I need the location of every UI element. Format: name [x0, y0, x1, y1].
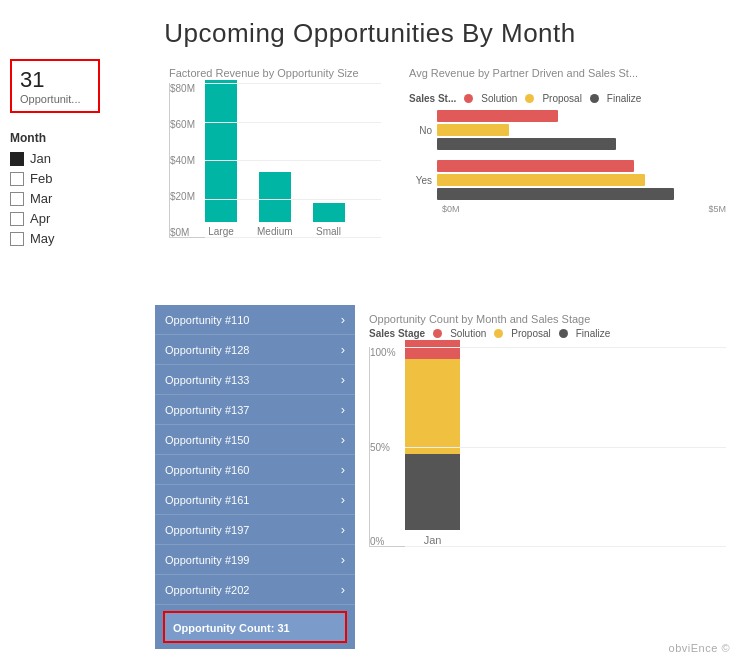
filter-label-feb: Feb	[30, 171, 52, 186]
kpi-number: 31	[20, 67, 90, 93]
hbar-yes-proposal	[437, 174, 645, 186]
bar-medium: Medium	[257, 172, 293, 237]
chevron-right-icon: ›	[341, 312, 345, 327]
segment-finalize	[405, 454, 460, 530]
chart3-fin-dot	[559, 329, 568, 338]
hbar-yes-label: Yes	[409, 175, 437, 186]
chart3-legend-label: Sales Stage	[369, 328, 425, 339]
kpi-label: Opportunit...	[20, 93, 90, 105]
chevron-right-icon: ›	[341, 582, 345, 597]
chart2-legend: Sales St... Solution Proposal Finalize	[409, 93, 726, 104]
filter-item-feb[interactable]: Feb	[10, 171, 145, 186]
legend-proposal-label: Proposal	[542, 93, 581, 104]
legend-solution-dot	[464, 94, 473, 103]
filter-label-apr: Apr	[30, 211, 50, 226]
opportunity-count-text: Opportunity Count: 31	[173, 622, 290, 634]
opp-item-150[interactable]: Opportunity #150 ›	[155, 425, 355, 455]
chart1-area: $0M $20M $40M $60M $80M	[169, 83, 381, 238]
chart1-ylabels: $0M $20M $40M $60M $80M	[170, 83, 195, 238]
chart3-title: Opportunity Count by Month and Sales Sta…	[369, 313, 726, 325]
bar-medium-rect	[259, 172, 291, 222]
kpi-card[interactable]: 31 Opportunit...	[10, 59, 100, 113]
watermark: obviEnce ©	[669, 642, 730, 654]
chart3-prop-dot	[494, 329, 503, 338]
chevron-right-icon: ›	[341, 342, 345, 357]
stacked-bar-jan-rect	[405, 340, 460, 530]
chart3-box: Opportunity Count by Month and Sales Sta…	[355, 305, 740, 649]
filter-item-jan[interactable]: Jan	[10, 151, 145, 166]
filter-label-mar: Mar	[30, 191, 52, 206]
chart3-legend: Sales Stage Solution Proposal Finalize	[369, 328, 726, 339]
chevron-right-icon: ›	[341, 522, 345, 537]
filter-section: Month Jan Feb Mar Apr May	[0, 123, 155, 259]
legend-proposal-dot	[525, 94, 534, 103]
chart2-box: Avg Revenue by Partner Driven and Sales …	[395, 59, 740, 305]
hbar-no-label: No	[409, 125, 437, 136]
stacked-xlabel-jan: Jan	[424, 534, 442, 546]
hbar-no-finalize	[437, 138, 616, 150]
opp-item-137[interactable]: Opportunity #137 ›	[155, 395, 355, 425]
hbar-no-solution	[437, 110, 558, 122]
chevron-right-icon: ›	[341, 462, 345, 477]
page-title: Upcoming Opportunities By Month	[0, 0, 740, 59]
filter-label-may: May	[30, 231, 55, 246]
stacked-bar-jan: Jan	[405, 340, 460, 546]
checkbox-jan[interactable]	[10, 152, 24, 166]
filter-item-mar[interactable]: Mar	[10, 191, 145, 206]
opp-item-160[interactable]: Opportunity #160 ›	[155, 455, 355, 485]
chart3-area: 0% 50% 100%	[369, 347, 726, 547]
chart1-box: Factored Revenue by Opportunity Size $0M…	[155, 59, 395, 305]
checkbox-mar[interactable]	[10, 192, 24, 206]
filter-label-jan: Jan	[30, 151, 51, 166]
bar-small-rect	[313, 203, 345, 222]
opportunity-count-footer: Opportunity Count: 31	[163, 611, 347, 643]
chevron-right-icon: ›	[341, 402, 345, 417]
chart3-prop-label: Proposal	[511, 328, 550, 339]
charts-top: Factored Revenue by Opportunity Size $0M…	[155, 59, 740, 305]
legend-solution-label: Solution	[481, 93, 517, 104]
chevron-right-icon: ›	[341, 372, 345, 387]
bar-large-rect	[205, 80, 237, 222]
chart2-xaxis: $0M $5M	[409, 204, 726, 214]
chart3-sol-label: Solution	[450, 328, 486, 339]
legend-finalize-dot	[590, 94, 599, 103]
left-panel: 31 Opportunit... Month Jan Feb Mar Apr	[0, 59, 155, 649]
chevron-right-icon: ›	[341, 432, 345, 447]
hbar-yes-solution	[437, 160, 634, 172]
segment-solution	[405, 340, 460, 359]
chart3-sol-dot	[433, 329, 442, 338]
charts-bottom: Opportunity #110 › Opportunity #128 › Op…	[155, 305, 740, 649]
opp-item-197[interactable]: Opportunity #197 ›	[155, 515, 355, 545]
legend-salesst-label: Sales St...	[409, 93, 456, 104]
bar-small: Small	[313, 203, 345, 237]
opp-item-202[interactable]: Opportunity #202 ›	[155, 575, 355, 605]
chart1-title: Factored Revenue by Opportunity Size	[169, 67, 381, 79]
hbar-no-proposal	[437, 124, 509, 136]
legend-finalize-label: Finalize	[607, 93, 641, 104]
opp-item-199[interactable]: Opportunity #199 ›	[155, 545, 355, 575]
checkbox-apr[interactable]	[10, 212, 24, 226]
chart3-fin-label: Finalize	[576, 328, 610, 339]
opp-item-161[interactable]: Opportunity #161 ›	[155, 485, 355, 515]
chart2-area: Sales St... Solution Proposal Finalize N…	[409, 83, 726, 214]
filter-item-may[interactable]: May	[10, 231, 145, 246]
segment-proposal	[405, 359, 460, 454]
chart1-container: $0M $20M $40M $60M $80M	[169, 83, 381, 283]
chart3-ylabels: 0% 50% 100%	[370, 347, 396, 547]
opp-item-110[interactable]: Opportunity #110 ›	[155, 305, 355, 335]
chart2-title: Avg Revenue by Partner Driven and Sales …	[409, 67, 726, 79]
opportunity-list: Opportunity #110 › Opportunity #128 › Op…	[155, 305, 355, 649]
opp-item-133[interactable]: Opportunity #133 ›	[155, 365, 355, 395]
right-panel: Factored Revenue by Opportunity Size $0M…	[155, 59, 740, 649]
hbar-yes-finalize	[437, 188, 674, 200]
checkbox-may[interactable]	[10, 232, 24, 246]
filter-title: Month	[10, 131, 145, 145]
chevron-right-icon: ›	[341, 492, 345, 507]
checkbox-feb[interactable]	[10, 172, 24, 186]
opp-item-128[interactable]: Opportunity #128 ›	[155, 335, 355, 365]
chevron-right-icon: ›	[341, 552, 345, 567]
filter-item-apr[interactable]: Apr	[10, 211, 145, 226]
bar-large: Large	[205, 80, 237, 237]
